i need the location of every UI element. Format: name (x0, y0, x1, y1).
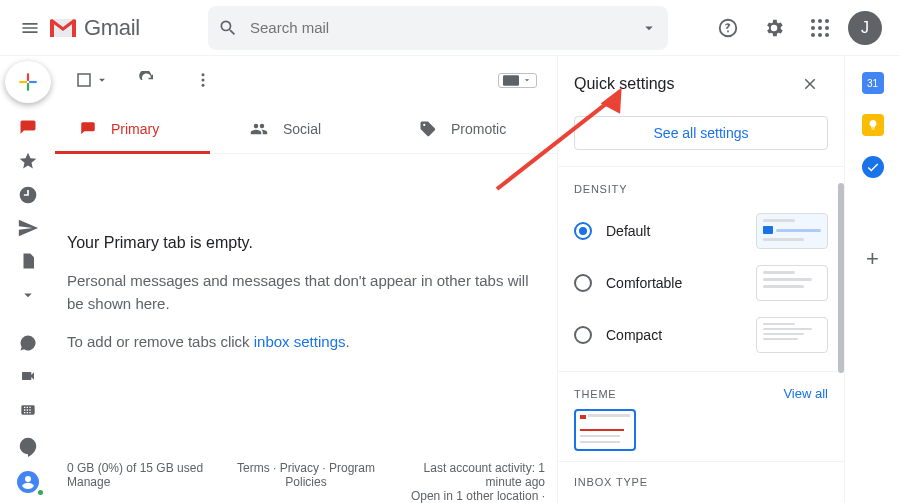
manage-storage-link[interactable]: Manage (67, 475, 110, 489)
inbox-tab-icon (79, 120, 97, 138)
settings-button[interactable] (756, 10, 792, 46)
tab-label: Social (283, 121, 321, 137)
keep-icon (867, 118, 879, 132)
video-icon (18, 368, 38, 384)
more-button[interactable] (185, 62, 221, 98)
search-icon (218, 18, 238, 38)
svg-point-5 (825, 26, 829, 30)
svg-point-12 (202, 84, 205, 87)
footer-activity: Last account activity: 1 minute ago Open… (406, 461, 545, 503)
mail-toolbar (55, 56, 557, 104)
svg-point-0 (811, 19, 815, 23)
more-vert-icon (194, 71, 212, 89)
nav-chat[interactable] (12, 328, 44, 357)
keep-addon[interactable] (862, 114, 884, 136)
clock-icon (18, 185, 38, 205)
svg-point-4 (818, 26, 822, 30)
density-preview-comfortable (756, 265, 828, 301)
svg-point-6 (811, 33, 815, 37)
svg-rect-13 (503, 75, 519, 86)
get-addons-button[interactable]: + (862, 248, 884, 270)
nav-drafts[interactable] (12, 247, 44, 276)
nav-starred[interactable] (12, 147, 44, 176)
tab-label: Primary (111, 121, 159, 137)
main-menu-button[interactable] (12, 10, 48, 46)
quick-settings-body: DENSITY Default Comfortable Compact (558, 166, 844, 503)
calendar-addon[interactable]: 31 (862, 72, 884, 94)
svg-point-1 (818, 19, 822, 23)
inbox-type-title: INBOX TYPE (558, 476, 844, 498)
svg-point-7 (818, 33, 822, 37)
input-tools-chip[interactable] (498, 73, 537, 88)
tab-promotions[interactable]: Promotic (395, 104, 530, 153)
gear-icon (763, 17, 785, 39)
hamburger-icon (20, 18, 40, 38)
refresh-button[interactable] (129, 62, 165, 98)
plus-multicolor-icon (15, 69, 41, 95)
mail-footer: 0 GB (0%) of 15 GB used Manage Terms · P… (55, 455, 557, 503)
theme-thumbnail-default[interactable] (574, 409, 636, 451)
avatar-initial: J (861, 19, 869, 37)
nav-meet[interactable] (12, 362, 44, 391)
scrollbar-thumb[interactable] (838, 183, 844, 373)
radio-icon (574, 274, 592, 292)
compose-button[interactable] (5, 61, 51, 103)
chat-bubble-icon (18, 333, 38, 353)
support-button[interactable] (710, 10, 746, 46)
chevron-down-icon (19, 286, 37, 304)
addons-side-panel: 31 + (845, 56, 900, 503)
density-option-compact[interactable]: Compact (558, 309, 844, 361)
search-bar[interactable] (208, 6, 668, 50)
left-nav-rail (0, 56, 55, 503)
nav-expand[interactable] (12, 280, 44, 309)
density-preview-compact (756, 317, 828, 353)
density-option-comfortable[interactable]: Comfortable (558, 257, 844, 309)
empty-desc-2: To add or remove tabs click inbox settin… (67, 331, 545, 354)
search-input[interactable] (248, 18, 630, 37)
svg-point-8 (825, 33, 829, 37)
quick-settings-header: Quick settings (558, 56, 844, 112)
nav-snoozed[interactable] (12, 180, 44, 209)
nav-keyboard[interactable] (12, 395, 44, 424)
chevron-down-icon (95, 73, 109, 87)
inbox-settings-link[interactable]: inbox settings (254, 333, 346, 350)
tasks-addon[interactable] (862, 156, 884, 178)
density-option-default[interactable]: Default (558, 205, 844, 257)
google-apps-button[interactable] (802, 10, 838, 46)
density-label: Default (606, 223, 650, 239)
close-quick-settings-button[interactable] (792, 66, 828, 102)
density-section-title: DENSITY (558, 183, 844, 205)
gmail-logo[interactable]: Gmail (48, 15, 148, 41)
density-label: Comfortable (606, 275, 682, 291)
tag-icon (419, 120, 437, 138)
tab-label: Promotic (451, 121, 506, 137)
hangouts-icon (17, 436, 39, 458)
nav-inbox[interactable] (12, 113, 44, 142)
theme-view-all-link[interactable]: View all (783, 386, 828, 401)
inbox-icon (18, 118, 38, 138)
theme-section: THEME View all (558, 371, 844, 451)
svg-point-2 (825, 19, 829, 23)
keyboard-icon (17, 402, 39, 418)
radio-icon (574, 222, 592, 240)
refresh-icon (138, 71, 156, 89)
svg-point-10 (202, 73, 205, 76)
close-icon (801, 75, 819, 93)
apps-grid-icon (811, 19, 829, 37)
nav-hangouts[interactable] (12, 432, 44, 461)
people-icon (249, 120, 269, 138)
star-icon (18, 151, 38, 171)
inbox-type-option-default[interactable]: Default (558, 498, 844, 503)
nav-contacts[interactable] (12, 468, 44, 497)
tab-social[interactable]: Social (225, 104, 395, 153)
theme-section-title: THEME (574, 388, 617, 400)
nav-sent[interactable] (12, 213, 44, 242)
radio-icon (574, 326, 592, 344)
help-icon (717, 17, 739, 39)
search-dropdown-icon[interactable] (640, 19, 658, 37)
account-avatar[interactable]: J (848, 11, 882, 45)
see-all-settings-button[interactable]: See all settings (574, 116, 828, 150)
select-all-checkbox[interactable] (75, 71, 109, 89)
send-icon (17, 217, 39, 239)
tab-primary[interactable]: Primary (55, 104, 225, 153)
